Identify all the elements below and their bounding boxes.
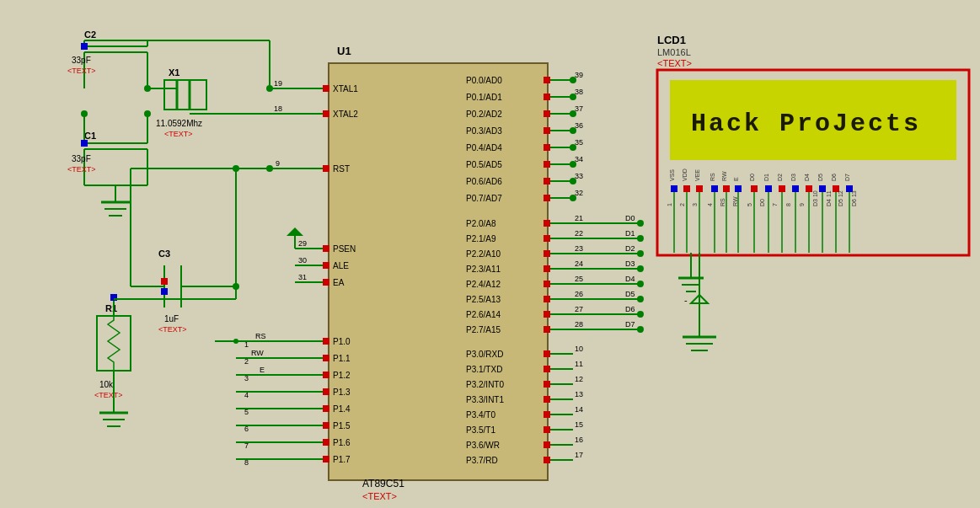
- svg-rect-181: [544, 457, 550, 463]
- svg-text:38: 38: [575, 88, 583, 96]
- svg-text:7: 7: [772, 203, 778, 206]
- svg-rect-276: [735, 185, 742, 192]
- svg-point-246: [266, 165, 273, 172]
- svg-rect-184: [164, 80, 206, 110]
- svg-text:P0.0/AD0: P0.0/AD0: [466, 76, 502, 85]
- svg-rect-264: [683, 185, 690, 192]
- svg-text:LM016L: LM016L: [657, 47, 691, 57]
- svg-rect-14: [323, 165, 329, 172]
- svg-rect-70: [544, 94, 550, 100]
- svg-rect-165: [544, 396, 550, 403]
- svg-text:22: 22: [575, 229, 583, 238]
- svg-text:Hack ProJects: Hack ProJects: [691, 110, 921, 138]
- svg-text:P1.0: P1.0: [333, 337, 351, 346]
- svg-point-203: [266, 85, 273, 92]
- svg-rect-261: [671, 185, 677, 192]
- svg-text:P1.6: P1.6: [333, 438, 351, 447]
- svg-text:PSEN: PSEN: [333, 244, 356, 254]
- svg-text:P1.3: P1.3: [333, 388, 351, 397]
- svg-rect-141: [544, 311, 550, 318]
- svg-rect-291: [806, 185, 812, 192]
- schematic-svg: U1 AT89C51 <TEXT> 19 XTAL1 18 XTAL2 9 RS…: [0, 0, 980, 508]
- svg-text:<TEXT>: <TEXT>: [94, 391, 123, 399]
- svg-rect-123: [544, 265, 550, 272]
- svg-point-145: [637, 311, 644, 318]
- svg-rect-147: [544, 326, 550, 333]
- svg-rect-18: [323, 245, 329, 252]
- svg-rect-117: [544, 250, 550, 257]
- svg-text:EA: EA: [333, 278, 345, 287]
- svg-rect-169: [544, 411, 550, 418]
- svg-rect-221: [81, 140, 88, 147]
- svg-rect-40: [323, 372, 329, 378]
- svg-text:8: 8: [244, 458, 249, 467]
- svg-text:AT89C51: AT89C51: [362, 478, 404, 489]
- svg-text:P2.6/A14: P2.6/A14: [466, 310, 501, 319]
- svg-text:27: 27: [575, 305, 583, 313]
- svg-rect-49: [323, 405, 329, 412]
- svg-text:D5: D5: [625, 290, 635, 298]
- svg-text:1uF: 1uF: [164, 314, 179, 324]
- schematic-canvas: U1 AT89C51 <TEXT> 19 XTAL1 18 XTAL2 9 RS…: [0, 0, 980, 508]
- svg-text:35: 35: [575, 138, 583, 147]
- svg-rect-285: [779, 185, 785, 192]
- svg-text:D6 13: D6 13: [851, 190, 857, 206]
- svg-point-220: [81, 110, 88, 117]
- svg-text:D0: D0: [749, 174, 755, 181]
- svg-text:P1.4: P1.4: [333, 404, 351, 414]
- svg-point-200: [144, 85, 151, 92]
- svg-text:23: 23: [575, 244, 583, 253]
- svg-text:P0.6/AD6: P0.6/AD6: [466, 177, 502, 186]
- svg-text:37: 37: [575, 104, 583, 113]
- svg-rect-61: [323, 456, 329, 463]
- svg-text:14: 14: [575, 405, 583, 414]
- svg-text:P1.1: P1.1: [333, 354, 351, 363]
- svg-rect-65: [544, 77, 550, 83]
- svg-text:P2.3/A11: P2.3/A11: [466, 265, 501, 274]
- svg-text:32: 32: [575, 189, 583, 197]
- svg-text:30: 30: [298, 256, 307, 265]
- svg-text:P2.7/A15: P2.7/A15: [466, 325, 501, 334]
- svg-text:C3: C3: [158, 249, 170, 259]
- svg-text:25: 25: [575, 275, 583, 283]
- svg-rect-294: [819, 185, 826, 192]
- svg-rect-95: [544, 178, 550, 184]
- svg-text:P0.1/AD1: P0.1/AD1: [466, 93, 502, 102]
- svg-point-243: [233, 283, 239, 290]
- svg-text:11.0592Mhz: 11.0592Mhz: [156, 119, 202, 128]
- svg-text:33pF: 33pF: [72, 56, 91, 65]
- svg-text:<TEXT>: <TEXT>: [657, 58, 692, 68]
- svg-text:D2: D2: [625, 244, 635, 253]
- svg-text:P0.2/AD2: P0.2/AD2: [466, 110, 502, 119]
- svg-text:31: 31: [298, 273, 307, 281]
- svg-text:P3.6/WR: P3.6/WR: [466, 441, 500, 450]
- svg-text:P2.1/A9: P2.1/A9: [466, 234, 496, 243]
- svg-text:RS: RS: [720, 198, 726, 206]
- svg-text:39: 39: [575, 71, 583, 79]
- svg-text:E: E: [733, 177, 739, 181]
- svg-text:29: 29: [298, 239, 307, 248]
- svg-rect-45: [323, 388, 329, 395]
- svg-text:34: 34: [575, 155, 583, 163]
- svg-text:D1: D1: [763, 174, 769, 181]
- svg-point-133: [637, 281, 644, 287]
- svg-text:6: 6: [244, 425, 249, 433]
- svg-rect-157: [544, 366, 550, 372]
- svg-text:D3: D3: [790, 174, 796, 181]
- svg-text:R1: R1: [105, 303, 117, 313]
- svg-text:24: 24: [575, 259, 583, 268]
- svg-text:P2.2/A10: P2.2/A10: [466, 249, 501, 259]
- svg-text:D0: D0: [625, 214, 635, 222]
- svg-text:RS: RS: [255, 332, 266, 340]
- svg-text:1: 1: [244, 340, 249, 349]
- svg-text:11: 11: [575, 360, 583, 368]
- svg-rect-35: [323, 355, 329, 361]
- svg-text:P1.2: P1.2: [333, 371, 351, 380]
- svg-text:33: 33: [575, 172, 583, 180]
- svg-point-121: [637, 250, 644, 257]
- svg-text:P3.2/INT0: P3.2/INT0: [466, 380, 504, 389]
- svg-rect-22: [323, 262, 329, 269]
- svg-text:2: 2: [679, 203, 685, 206]
- svg-text:4: 4: [707, 203, 713, 206]
- svg-text:9: 9: [799, 203, 805, 206]
